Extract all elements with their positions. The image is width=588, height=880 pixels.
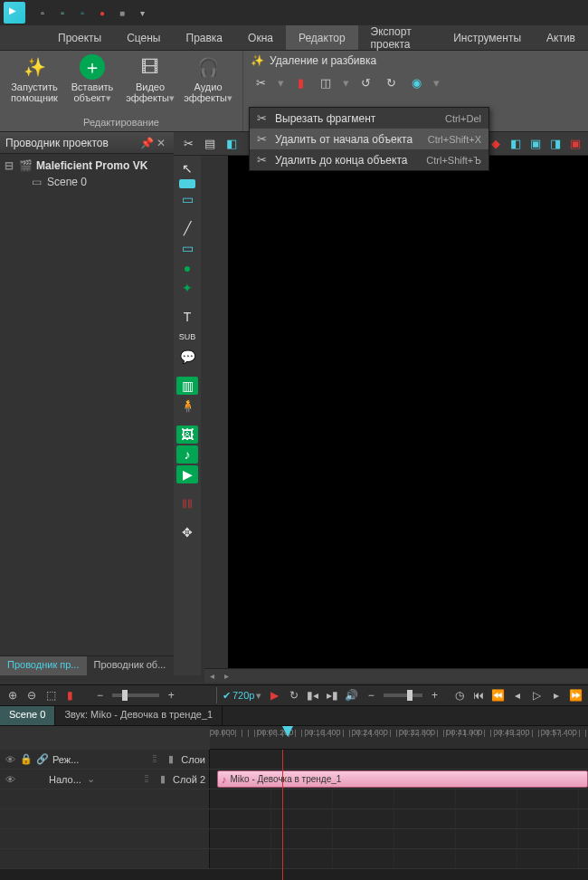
cut-icon[interactable]: ✂: [179, 135, 197, 153]
menu-editor[interactable]: Редактор: [286, 25, 358, 50]
record-button[interactable]: ▮: [63, 687, 77, 703]
menu-delete-from-start[interactable]: ✂ Удалить от начала объекта Ctrl+Shift+X: [250, 129, 488, 149]
bar-icon[interactable]: ▮: [165, 753, 177, 765]
align-fill-icon[interactable]: ▣: [566, 135, 584, 153]
scroll-right-icon[interactable]: ▸: [219, 671, 233, 681]
ribbon-insert-button[interactable]: ＋ Вставить объект▾: [66, 54, 119, 103]
track-lane-1[interactable]: [210, 750, 588, 769]
canvas-scrollbar[interactable]: ◂ ▸: [204, 668, 588, 683]
menu-projects[interactable]: Проекты: [45, 25, 114, 50]
properties-icon[interactable]: ▤: [201, 135, 219, 153]
next-button[interactable]: ⏩: [569, 687, 583, 703]
timeline-clip-audio[interactable]: ♪ Miko - Девочка в тренде_1: [217, 770, 588, 788]
history-button[interactable]: ◷: [452, 687, 466, 703]
menu-tools[interactable]: Инструменты: [441, 25, 534, 50]
qa-record-icon[interactable]: ●: [96, 6, 109, 19]
menu-scenes[interactable]: Сцены: [114, 25, 173, 50]
remove-marker-button[interactable]: ⊖: [24, 687, 38, 703]
ribbon-wizard-button[interactable]: ✨ Запустить помощник: [8, 54, 61, 103]
zoom-slider-thumb[interactable]: [122, 690, 128, 701]
close-icon[interactable]: ✕: [154, 137, 168, 149]
add-marker-button[interactable]: ⊕: [5, 687, 19, 703]
resolution-selector[interactable]: ✔720p▾: [223, 690, 261, 702]
tree-project-root[interactable]: ⊟ 🎬 Maleficient Promo VK: [4, 158, 170, 174]
align-left-icon[interactable]: ◧: [507, 135, 525, 153]
pin-icon[interactable]: 📌: [139, 137, 154, 149]
timeline-tab-scene[interactable]: Scene 0: [0, 706, 55, 725]
split-marker-button[interactable]: ▮: [290, 72, 310, 92]
qa-new-icon[interactable]: ▫: [36, 6, 49, 19]
link-icon[interactable]: 🔗: [36, 753, 49, 765]
track-head-empty[interactable]: [0, 809, 210, 828]
cut-tool-button[interactable]: ✂: [251, 72, 270, 92]
align-center-icon[interactable]: ▣: [526, 135, 545, 153]
track-head-1[interactable]: 👁 🔒 🔗 Реж... ⦙⦙ ▮ Слои: [0, 750, 210, 769]
menu-cut-fragment[interactable]: ✂ Вырезать фрагмент Ctrl+Del: [250, 108, 488, 129]
loop-button[interactable]: ↻: [287, 687, 300, 703]
play-timeline-button[interactable]: ▷: [530, 687, 544, 703]
eye-icon[interactable]: 👁: [4, 774, 16, 785]
zoom-in-button[interactable]: +: [165, 687, 178, 703]
frame-back-button[interactable]: ▮◂: [306, 687, 319, 703]
track-head-empty[interactable]: [0, 789, 210, 808]
rotate-left-button[interactable]: ↺: [356, 72, 375, 92]
move-tool[interactable]: ✥: [176, 523, 198, 541]
prev-button[interactable]: ⏪: [491, 687, 505, 703]
vol-down-button[interactable]: −: [365, 687, 378, 703]
image-tool[interactable]: 🖼: [176, 426, 198, 444]
tooltip-tool[interactable]: 💬: [176, 348, 198, 366]
mute-button[interactable]: 🔊: [345, 687, 358, 703]
tree-scene-item[interactable]: ▭ Scene 0: [4, 174, 170, 190]
menu-export[interactable]: Экспорт проекта: [358, 25, 441, 50]
track-head-empty[interactable]: [0, 849, 210, 868]
ribbon-audio-button[interactable]: 🎧 Аудио эффекты▾: [182, 54, 234, 103]
track-lane-2[interactable]: ♪ Miko - Девочка в тренде_1: [210, 770, 588, 789]
zoom-out-button[interactable]: −: [93, 687, 107, 703]
shape-outline-tool[interactable]: ▭: [176, 239, 198, 257]
cursor-tool[interactable]: ↖: [176, 159, 198, 177]
cut-dropdown-button[interactable]: ▾: [276, 72, 285, 92]
menu-activation[interactable]: Актив: [534, 25, 588, 50]
volume-slider-thumb[interactable]: [407, 690, 413, 701]
canvas-preview[interactable]: [228, 156, 588, 675]
transform-dropdown-button[interactable]: ▾: [432, 72, 441, 92]
tab-project-explorer[interactable]: Проводник пр...: [0, 656, 87, 675]
menu-windows[interactable]: Окна: [235, 25, 286, 50]
timeline-ruler[interactable]: 00.000 00:08.200 00:16.400 00:24.600 00:…: [210, 726, 588, 750]
rotate-right-button[interactable]: ↻: [381, 72, 401, 92]
track-lane-empty[interactable]: [210, 789, 588, 808]
lock-icon[interactable]: 🔒: [20, 753, 33, 765]
video-tool[interactable]: ▶: [176, 465, 198, 483]
chevron-down-icon[interactable]: ⌄: [85, 773, 98, 785]
tab-object-explorer[interactable]: Проводник об...: [87, 656, 174, 675]
waveform-icon[interactable]: ⦙⦙: [140, 773, 153, 785]
qa-dropdown-icon[interactable]: ▾: [136, 6, 148, 19]
align-add-icon[interactable]: ◆: [487, 135, 505, 153]
step-fwd-button[interactable]: ▸: [549, 687, 563, 703]
collapse-icon[interactable]: ⊟: [4, 159, 14, 172]
qa-save-icon[interactable]: ▫: [76, 6, 89, 19]
step-back-button[interactable]: ◂: [510, 687, 524, 703]
timeline-tab-audio[interactable]: Звук: Miko - Девочка в тренде_1: [55, 706, 223, 725]
counter-tool[interactable]: 🧍: [176, 397, 198, 415]
align-right-icon[interactable]: ◨: [546, 135, 564, 153]
play-button[interactable]: ▶: [267, 687, 280, 703]
zoom-fit-button[interactable]: ⬚: [44, 687, 58, 703]
qa-stop-icon[interactable]: ■: [116, 6, 128, 19]
crop-button[interactable]: ◫: [316, 72, 336, 92]
rectangle-tool[interactable]: [179, 179, 195, 188]
frame-fwd-button[interactable]: ▸▮: [326, 687, 339, 703]
vol-up-button[interactable]: +: [428, 687, 441, 703]
go-start-button[interactable]: ⏮: [472, 687, 486, 703]
ribbon-video-button[interactable]: 🎞 Видео эффекты▾: [124, 54, 176, 103]
subtitle-tool[interactable]: SUB: [176, 328, 198, 346]
line-tool[interactable]: ╱: [176, 219, 198, 237]
bar-icon[interactable]: ▮: [156, 773, 169, 785]
waveform-icon[interactable]: ⦙⦙: [148, 753, 161, 765]
spectrum-tool[interactable]: ⦀⦀: [176, 494, 198, 512]
zoom-slider[interactable]: [112, 693, 158, 697]
freeform-tool[interactable]: ✦: [176, 279, 198, 297]
track-lane-empty[interactable]: [210, 849, 588, 868]
track-lane-empty[interactable]: [210, 829, 588, 848]
snap-icon[interactable]: ◧: [223, 135, 241, 153]
